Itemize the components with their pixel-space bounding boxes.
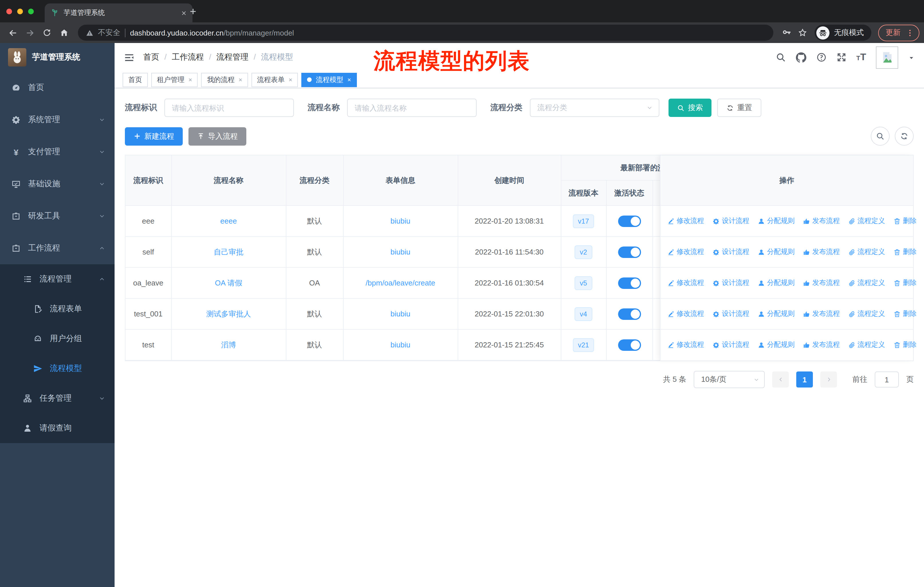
reset-button[interactable]: 重置 xyxy=(717,99,761,117)
sidebar-item-workflow[interactable]: 工作流程 xyxy=(0,232,115,264)
sidebar-item-process-management[interactable]: 流程管理 xyxy=(0,264,115,294)
action-design-model[interactable]: 设计流程 xyxy=(713,278,749,288)
reload-icon[interactable] xyxy=(39,25,55,41)
sidebar-item-task-management[interactable]: 任务管理 xyxy=(0,384,115,413)
forward-icon[interactable] xyxy=(22,25,38,41)
browser-update-button[interactable]: 更新 xyxy=(878,24,919,41)
action-design-model[interactable]: 设计流程 xyxy=(713,247,749,257)
sidebar-item-infra[interactable]: 基础设施 xyxy=(0,168,115,200)
model-name-link[interactable]: OA 请假 xyxy=(215,278,242,287)
form-info-link[interactable]: biubiu xyxy=(390,341,410,349)
sidebar-item-leave-query[interactable]: 请假查询 xyxy=(0,413,115,443)
action-process-definition[interactable]: 流程定义 xyxy=(848,247,885,257)
action-delete[interactable]: 删除 xyxy=(894,247,917,257)
breadcrumb-home[interactable]: 首页 xyxy=(143,52,159,63)
action-assign-rule[interactable]: 分配规则 xyxy=(758,216,795,226)
model-name-link[interactable]: 测试多审批人 xyxy=(206,309,251,318)
action-process-definition[interactable]: 流程定义 xyxy=(848,278,885,288)
new-tab-button[interactable] xyxy=(189,6,197,16)
tag-my-process[interactable]: 我的流程× xyxy=(201,73,248,87)
action-delete[interactable]: 删除 xyxy=(894,309,917,319)
active-toggle[interactable] xyxy=(618,308,641,319)
action-modify-model[interactable]: 修改流程 xyxy=(667,247,704,257)
action-publish-model[interactable]: 发布流程 xyxy=(803,309,840,319)
home-icon[interactable] xyxy=(56,25,72,41)
action-delete[interactable]: 删除 xyxy=(894,278,917,288)
action-modify-model[interactable]: 修改流程 xyxy=(667,278,704,288)
refresh-table-button[interactable] xyxy=(895,127,914,146)
action-modify-model[interactable]: 修改流程 xyxy=(667,340,704,350)
bookmark-star-icon[interactable] xyxy=(795,25,810,40)
sidebar-item-home[interactable]: 首页 xyxy=(0,72,115,104)
form-info-link[interactable]: biubiu xyxy=(390,217,410,225)
model-key-input[interactable] xyxy=(164,99,294,117)
action-assign-rule[interactable]: 分配规则 xyxy=(758,247,795,257)
page-number-current[interactable]: 1 xyxy=(796,372,813,387)
action-design-model[interactable]: 设计流程 xyxy=(713,309,749,319)
avatar-caret-down-icon[interactable] xyxy=(908,52,915,63)
avatar[interactable] xyxy=(876,46,898,68)
active-toggle[interactable] xyxy=(618,339,641,351)
font-size-icon[interactable]: TT xyxy=(856,51,866,63)
action-design-model[interactable]: 设计流程 xyxy=(713,216,749,226)
action-process-definition[interactable]: 流程定义 xyxy=(848,340,885,350)
form-info-link[interactable]: biubiu xyxy=(390,309,410,318)
category-select[interactable]: 流程分类 xyxy=(530,99,659,117)
show-search-button[interactable] xyxy=(871,127,889,146)
sidebar-item-system[interactable]: 系统管理 xyxy=(0,104,115,136)
create-model-button[interactable]: 新建流程 xyxy=(125,127,183,146)
next-page-button[interactable] xyxy=(820,372,837,387)
sidebar-item-process-model[interactable]: 流程模型 xyxy=(0,354,115,384)
action-publish-model[interactable]: 发布流程 xyxy=(803,278,840,288)
form-info-link[interactable]: biubiu xyxy=(390,248,410,256)
active-toggle[interactable] xyxy=(618,246,641,258)
action-assign-rule[interactable]: 分配规则 xyxy=(758,278,795,288)
tag-process-form[interactable]: 流程表单× xyxy=(251,73,298,87)
action-process-definition[interactable]: 流程定义 xyxy=(848,309,885,319)
tag-close-icon[interactable]: × xyxy=(188,76,192,83)
active-toggle[interactable] xyxy=(618,277,641,289)
window-controls[interactable] xyxy=(6,8,34,14)
goto-page-input[interactable] xyxy=(875,372,899,387)
sidebar-collapse-icon[interactable] xyxy=(124,52,135,63)
tag-tenant[interactable]: 租户管理× xyxy=(151,73,198,87)
close-window-button[interactable] xyxy=(6,8,12,14)
tag-home[interactable]: 首页 xyxy=(122,73,148,87)
model-name-input[interactable] xyxy=(347,99,477,117)
search-button[interactable]: 搜索 xyxy=(668,99,711,117)
action-assign-rule[interactable]: 分配规则 xyxy=(758,340,795,350)
sidebar-item-payment[interactable]: ¥ 支付管理 xyxy=(0,136,115,168)
browser-tab[interactable]: 芋道管理系统 xyxy=(45,3,193,22)
tag-close-icon[interactable]: × xyxy=(239,76,242,83)
browser-menu-kebab-icon[interactable] xyxy=(906,28,914,37)
help-question-icon[interactable] xyxy=(816,52,827,63)
model-name-link[interactable]: 滔博 xyxy=(221,340,236,349)
sidebar-item-devtools[interactable]: 研发工具 xyxy=(0,200,115,232)
maximize-window-button[interactable] xyxy=(28,8,34,14)
search-icon[interactable] xyxy=(776,52,786,63)
page-size-select[interactable]: 10条/页 xyxy=(694,371,765,388)
action-assign-rule[interactable]: 分配规则 xyxy=(758,309,795,319)
tag-close-icon[interactable]: × xyxy=(347,76,351,83)
sidebar-item-process-form[interactable]: 流程表单 xyxy=(0,294,115,324)
breadcrumb-process-management[interactable]: 流程管理 xyxy=(204,52,249,63)
minimize-window-button[interactable] xyxy=(17,8,23,14)
sidebar-item-user-group[interactable]: 用户分组 xyxy=(0,324,115,354)
github-icon[interactable] xyxy=(796,52,807,63)
action-publish-model[interactable]: 发布流程 xyxy=(803,340,840,350)
model-name-link[interactable]: 自己审批 xyxy=(214,247,243,256)
password-key-icon[interactable] xyxy=(779,25,794,40)
action-modify-model[interactable]: 修改流程 xyxy=(667,309,704,319)
prev-page-button[interactable] xyxy=(772,372,789,387)
active-toggle[interactable] xyxy=(618,215,641,227)
action-design-model[interactable]: 设计流程 xyxy=(713,340,749,350)
action-delete[interactable]: 删除 xyxy=(894,216,917,226)
action-publish-model[interactable]: 发布流程 xyxy=(803,247,840,257)
fullscreen-icon[interactable] xyxy=(837,52,846,63)
form-info-link[interactable]: /bpm/oa/leave/create xyxy=(366,279,436,287)
breadcrumb-workflow[interactable]: 工作流程 xyxy=(159,52,204,63)
action-process-definition[interactable]: 流程定义 xyxy=(848,216,885,226)
action-publish-model[interactable]: 发布流程 xyxy=(803,216,840,226)
import-model-button[interactable]: 导入流程 xyxy=(188,127,246,146)
back-icon[interactable] xyxy=(5,25,21,41)
